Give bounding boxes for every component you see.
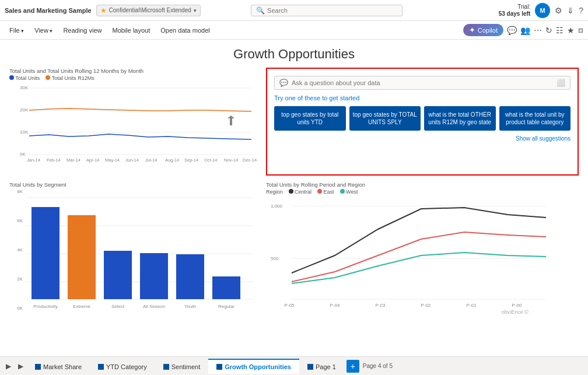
rolling-chart-svg: 1,000 500 P-05 P-04 P-03 P-02	[266, 197, 552, 314]
suggestion-btn-1[interactable]: top geo states by TOTAL UNITS SPLY	[349, 106, 421, 131]
svg-text:30K: 30K	[20, 85, 29, 90]
menu-mobile-layout[interactable]: Mobile layout	[107, 24, 155, 36]
help-icon[interactable]: ?	[579, 6, 583, 15]
main-content: Growth Opportunities Total Units and Tot…	[0, 40, 588, 356]
menu-file[interactable]: File	[5, 24, 29, 36]
tab-market-share[interactable]: Market Share	[27, 359, 90, 374]
qa-suggestions: top geo states by total units YTD top ge…	[274, 106, 570, 131]
svg-text:Sep-14: Sep-14	[184, 157, 198, 163]
svg-text:P-02: P-02	[421, 303, 431, 308]
refresh-icon[interactable]: ↻	[545, 26, 552, 35]
confidentiality-badge: ★ Confidential\Microsoft Extended ▾	[96, 5, 201, 16]
suggestion-btn-3[interactable]: what is the total unit by product table …	[499, 106, 571, 131]
bottom-tabs: ▶ ▶ Market Share YTD Category Sentiment …	[0, 356, 588, 375]
bar-chart-svg: Productivity Extreme Select All Season Y…	[26, 197, 253, 311]
fullscreen-icon[interactable]: ⧈	[578, 25, 583, 35]
tab-icon-page1	[307, 364, 313, 370]
svg-text:Aug-14: Aug-14	[165, 157, 179, 163]
app-title: Sales and Marketing Sample	[5, 7, 92, 14]
qa-expand-icon[interactable]: ⬜	[556, 79, 565, 87]
show-all-suggestions[interactable]: Show all suggestions	[274, 135, 570, 142]
trial-info: Trial: 53 days left	[499, 3, 530, 17]
svg-text:10K: 10K	[20, 129, 29, 135]
menu-reading-view[interactable]: Reading view	[58, 24, 106, 36]
svg-text:P-03: P-03	[376, 303, 386, 308]
qa-input[interactable]	[292, 79, 553, 86]
top-right-controls: Trial: 53 days left M ⚙ ⇓ ?	[499, 3, 583, 18]
add-tab-button[interactable]: +	[346, 360, 359, 373]
more-icon[interactable]: ⋯	[534, 26, 542, 35]
svg-text:Extreme: Extreme	[73, 304, 90, 309]
tab-nav-prev[interactable]: ▶	[2, 360, 15, 373]
search-bar[interactable]: 🔍	[251, 5, 402, 16]
tab-icon-market-share	[35, 364, 41, 370]
menu-view[interactable]: View	[30, 24, 57, 36]
bar-chart-box: Total Units by Segment 8K 6K 4K 2K 0K	[9, 181, 260, 321]
svg-text:1,000: 1,000	[271, 204, 283, 209]
rolling-chart-title: Total Units by Rolling Period and Region	[266, 181, 579, 188]
tab-icon-sentiment	[163, 364, 169, 370]
svg-text:All Season: All Season	[143, 304, 165, 309]
svg-rect-26	[32, 207, 60, 299]
share-icon[interactable]: 👥	[520, 26, 530, 35]
svg-text:Oct-14: Oct-14	[204, 157, 218, 163]
total-units-legend: Total Units Total Units R12Ms	[9, 75, 260, 81]
svg-rect-30	[176, 254, 204, 299]
suggestion-btn-2[interactable]: what is the total OTHER units R12M by ge…	[424, 106, 496, 131]
bar-chart-title: Total Units by Segment	[9, 181, 260, 188]
tab-nav-next[interactable]: ▶	[15, 360, 27, 373]
svg-text:Dec-14: Dec-14	[243, 157, 257, 163]
svg-text:Apr-14: Apr-14	[86, 157, 100, 163]
svg-rect-27	[68, 215, 96, 299]
qa-get-started-text: Try one of these to get started	[274, 94, 570, 101]
tab-ytd-category[interactable]: YTD Category	[90, 359, 155, 374]
search-icon: 🔍	[256, 6, 265, 15]
copilot-button[interactable]: ✦ Copilot	[463, 24, 503, 36]
suggestion-btn-0[interactable]: top geo states by total units YTD	[274, 106, 346, 131]
page-title: Growth Opportunities	[9, 47, 579, 62]
comment-icon[interactable]: 💬	[507, 26, 517, 35]
menu-bar: File View Reading view Mobile layout Ope…	[0, 21, 588, 40]
toolbar-icons: 💬 👥 ⋯ ↻ ☷ ★ ⧈	[507, 25, 583, 35]
total-units-chart-title: Total Units and Total Units Rolling 12 M…	[9, 68, 260, 74]
menu-open-data-model[interactable]: Open data model	[156, 24, 214, 36]
svg-text:Mar-14: Mar-14	[66, 157, 80, 163]
svg-text:500: 500	[271, 256, 279, 261]
svg-text:Productivity: Productivity	[33, 304, 57, 309]
tab-page1[interactable]: Page 1	[299, 359, 344, 374]
copilot-icon: ✦	[469, 26, 475, 34]
charts-grid: Total Units and Total Units Rolling 12 M…	[9, 68, 579, 349]
svg-text:obviEnce ©: obviEnce ©	[502, 309, 529, 315]
svg-text:20K: 20K	[20, 107, 29, 113]
tab-growth-opportunities[interactable]: Growth Opportunities	[208, 359, 299, 374]
svg-text:Select: Select	[111, 304, 125, 309]
svg-rect-31	[212, 276, 240, 299]
page-info: Page 4 of 5	[363, 363, 393, 369]
svg-text:0K: 0K	[20, 152, 26, 157]
svg-text:May-14: May-14	[105, 157, 120, 163]
filter-icon[interactable]: ☷	[556, 26, 564, 35]
tab-sentiment[interactable]: Sentiment	[155, 359, 209, 374]
search-input[interactable]	[267, 7, 397, 14]
svg-text:P-00: P-00	[512, 303, 522, 308]
bookmark-icon[interactable]: ★	[567, 26, 575, 35]
top-bar: Sales and Marketing Sample ★ Confidentia…	[0, 0, 588, 21]
avatar[interactable]: M	[535, 3, 550, 18]
svg-text:Feb-14: Feb-14	[47, 157, 61, 163]
rolling-chart-legend: Region Central East West	[266, 189, 579, 195]
settings-icon[interactable]: ⚙	[555, 6, 562, 15]
line-chart-svg: 30K 20K 10K 0K Jan-14 Feb-14 Mar-14 Apr-…	[9, 83, 254, 168]
svg-rect-29	[140, 253, 168, 299]
svg-text:Jun-14: Jun-14	[125, 157, 139, 163]
svg-text:Jan-14: Jan-14	[27, 157, 40, 163]
svg-text:P-04: P-04	[330, 303, 340, 308]
rolling-period-chart: Total Units by Rolling Period and Region…	[266, 181, 579, 321]
svg-marker-20	[228, 115, 235, 125]
download-icon[interactable]: ⇓	[567, 6, 574, 15]
svg-text:Nov-14: Nov-14	[224, 157, 238, 163]
svg-text:Youth: Youth	[184, 304, 196, 309]
svg-text:Jul-14: Jul-14	[145, 157, 157, 163]
svg-text:P-01: P-01	[467, 303, 477, 308]
tab-icon-ytd	[98, 364, 104, 370]
qa-input-row[interactable]: 💬 ⬜	[274, 76, 570, 90]
